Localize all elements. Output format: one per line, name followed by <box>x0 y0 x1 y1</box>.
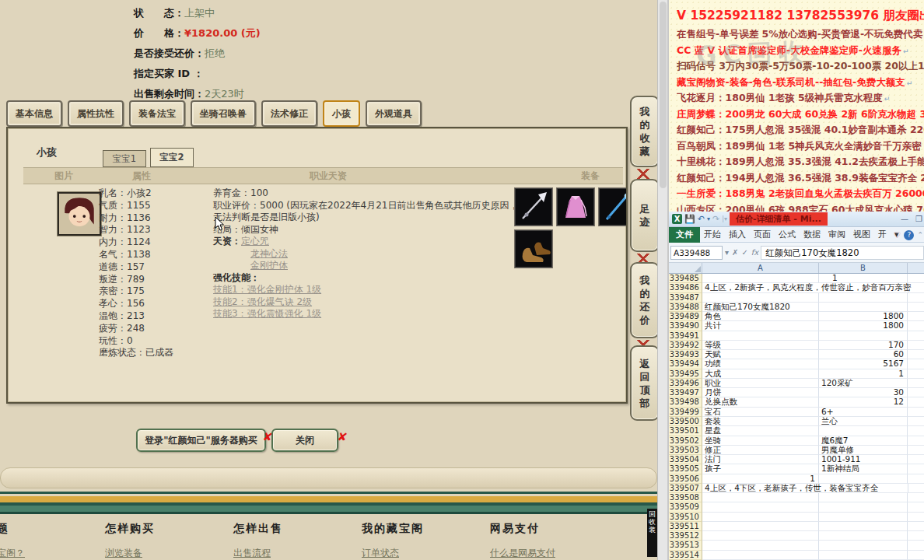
cell-c[interactable] <box>908 502 924 512</box>
row-header[interactable]: 339489 <box>669 312 702 321</box>
row-header[interactable]: 339508 <box>669 493 702 502</box>
namebox-dropdown-icon[interactable]: ▾ <box>724 248 730 257</box>
row-header[interactable]: 339501 <box>669 426 702 436</box>
cell-a[interactable]: 职业 <box>702 379 819 388</box>
cell-a[interactable] <box>702 493 819 502</box>
cell-a[interactable]: 大成 <box>702 369 819 379</box>
talent-link[interactable]: 定心咒 <box>241 236 269 247</box>
cell-b[interactable]: 120采矿 <box>819 379 908 388</box>
cell-c[interactable] <box>908 455 924 464</box>
cell-c[interactable] <box>908 321 924 331</box>
cell-b[interactable] <box>819 293 908 303</box>
cell-b[interactable] <box>819 493 908 502</box>
spear-item-icon[interactable] <box>515 188 552 226</box>
tab-外观道具[interactable]: 外观道具 <box>366 100 422 127</box>
undo-dropdown-icon[interactable]: ▾ <box>707 216 710 222</box>
row-header[interactable]: 339503 <box>669 446 702 455</box>
row-header[interactable]: 339493 <box>669 350 702 359</box>
cell-c[interactable] <box>908 522 924 531</box>
redo-icon[interactable]: ↷ <box>712 215 719 223</box>
row-header[interactable]: 339500 <box>669 417 702 426</box>
row-header[interactable]: 339494 <box>669 359 702 369</box>
cell-a[interactable]: 宝石 <box>702 408 819 417</box>
cell-a[interactable]: 月饼 <box>702 388 819 397</box>
cell-a[interactable]: 坐骑 <box>702 436 819 446</box>
cell-c[interactable] <box>908 341 924 350</box>
sidebar-返回顶部[interactable]: 返回顶部 <box>630 345 660 421</box>
cell-b[interactable]: 12 <box>819 397 908 407</box>
row-header[interactable]: 339498 <box>669 397 702 407</box>
undo-icon[interactable]: ↶ <box>698 215 705 223</box>
cell-a[interactable] <box>702 293 819 303</box>
save-icon[interactable]: 💾 <box>684 215 695 223</box>
cell-b[interactable]: 60 <box>819 350 908 359</box>
cell-a[interactable]: 法门 <box>702 455 819 464</box>
cell-b[interactable]: 30 <box>819 388 908 397</box>
row-header[interactable]: 339504 <box>669 455 702 464</box>
cell-b[interactable] <box>819 474 908 484</box>
row-header[interactable]: 339497 <box>669 388 702 397</box>
tab-法术修正[interactable]: 法术修正 <box>261 100 317 127</box>
cell-a[interactable]: 共计 <box>702 321 819 331</box>
row-header[interactable]: 339492 <box>669 341 702 350</box>
cell-a[interactable]: 星盘 <box>702 426 819 436</box>
row-header[interactable]: 339512 <box>669 531 702 541</box>
cell-b[interactable]: 5167 <box>819 359 908 369</box>
row-header[interactable]: 339491 <box>669 331 702 341</box>
cell-a[interactable]: 红颜知己170女魔1820 <box>702 303 819 312</box>
column-header-b[interactable]: B <box>819 263 908 273</box>
cell-a[interactable] <box>702 522 819 531</box>
cell-b[interactable]: 170 <box>819 341 908 350</box>
ribbon-tab-公式[interactable]: 公式 <box>775 227 800 243</box>
qr-mini-widget[interactable]: 回收装 <box>647 509 657 557</box>
browser-scrollbar[interactable] <box>657 0 667 560</box>
cell-c[interactable] <box>908 551 924 560</box>
column-header-a[interactable]: A <box>702 263 819 273</box>
cell-c[interactable] <box>908 493 924 502</box>
cell-a-span[interactable]: 4上区，4下区，老新孩子，传世，装备宝宝齐全 <box>702 484 908 493</box>
row-header[interactable]: 339485 <box>669 274 702 283</box>
cell-b[interactable] <box>819 551 908 560</box>
minimize-button[interactable]: — <box>901 215 908 223</box>
cell-a[interactable]: 等级 <box>702 341 819 350</box>
row-header[interactable]: 339490 <box>669 321 702 331</box>
wand-item-icon[interactable] <box>599 188 628 226</box>
fx-icon[interactable]: fx <box>751 248 759 257</box>
cell-a[interactable] <box>702 513 819 522</box>
cell-a[interactable] <box>702 331 819 341</box>
ribbon-tab-审阅[interactable]: 审阅 <box>824 227 849 243</box>
name-box[interactable]: A339488 <box>670 246 723 260</box>
cell-c[interactable] <box>908 446 924 455</box>
collapse-ribbon-icon[interactable]: ⌃ <box>917 231 923 239</box>
cell-b[interactable] <box>819 331 908 341</box>
cell-a[interactable] <box>702 531 819 541</box>
cell-c[interactable] <box>908 379 924 388</box>
row-header[interactable]: 339486 <box>669 283 702 292</box>
cell-b[interactable]: 1 <box>819 369 908 379</box>
cell-c[interactable] <box>908 359 924 369</box>
cell-c[interactable] <box>908 312 924 321</box>
cell-c[interactable] <box>908 531 924 541</box>
cell-b[interactable]: 1800 <box>819 321 908 331</box>
row-header[interactable]: 339507 <box>669 484 702 493</box>
cell-a[interactable] <box>702 541 819 550</box>
baby-tab-宝宝2[interactable]: 宝宝2 <box>150 148 194 167</box>
cell-c[interactable] <box>908 369 924 379</box>
cell-b[interactable]: 魔6魔7 <box>819 436 908 446</box>
cell-b[interactable] <box>819 531 908 541</box>
cell-a-span[interactable]: 4上区，2新孩子，风克火程度，传世容止，妙音百万亲密 <box>702 283 908 292</box>
cell-a[interactable]: 天赋 <box>702 350 819 359</box>
row-header[interactable]: 339496 <box>669 379 702 388</box>
cell-b[interactable] <box>819 522 908 531</box>
formula-input[interactable]: 红颜知己170女魔1820 <box>761 246 924 260</box>
cell-b[interactable] <box>819 303 908 312</box>
cell-c[interactable] <box>908 331 924 341</box>
heart-icon[interactable]: ♡ <box>894 230 901 240</box>
sidebar-足迹[interactable]: 足迹 <box>630 179 660 252</box>
footer-link[interactable]: 什么是网易支付 <box>490 547 555 560</box>
tab-基本信息[interactable]: 基本信息 <box>6 100 62 127</box>
row-header[interactable]: 339488 <box>669 303 702 312</box>
footer-link[interactable]: 订单状态 <box>362 547 424 560</box>
dress-item-icon[interactable] <box>557 188 594 226</box>
baby-tab-宝宝1[interactable]: 宝宝1 <box>103 150 146 167</box>
